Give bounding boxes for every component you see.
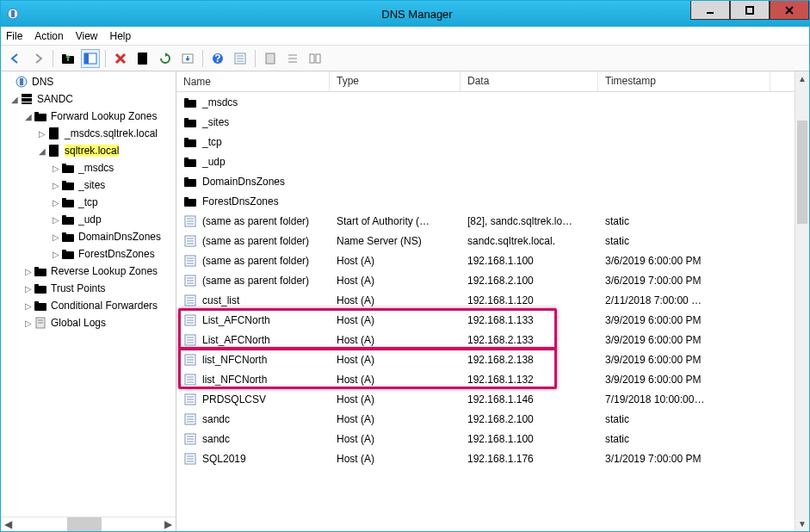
table-row[interactable]: (same as parent folder)Start of Authorit… <box>176 211 809 231</box>
tree-sqltrek-zone[interactable]: ◢sqltrek.local <box>1 142 176 159</box>
table-row[interactable]: sandcHost (A)192.168.2.100static <box>176 409 809 429</box>
titlebar[interactable]: DNS Manager <box>1 1 809 27</box>
tree-child-ddz[interactable]: ▷DomainDnsZones <box>1 228 176 245</box>
cell-timestamp: 2/11/2018 7:00:00 … <box>598 294 770 306</box>
table-row[interactable]: sandcHost (A)192.168.1.100static <box>176 429 809 448</box>
cell-type: Host (A) <box>330 393 461 405</box>
tree-child-sites[interactable]: ▷_sites <box>1 176 176 194</box>
cell-type: Host (A) <box>330 255 461 267</box>
table-row[interactable]: _tcp <box>176 132 809 152</box>
col-name[interactable]: Name <box>176 71 330 91</box>
tree-global-logs[interactable]: ▷Global Logs <box>1 314 176 331</box>
tree-conditional-fwd[interactable]: ▷Conditional Forwarders <box>1 297 176 314</box>
server-icon <box>20 92 34 106</box>
back-button[interactable] <box>6 49 25 68</box>
svg-text:?: ? <box>214 53 220 65</box>
tree-pane[interactable]: DNS ◢SANDC ◢Forward Lookup Zones ▷_msdcs… <box>1 71 176 531</box>
table-row[interactable]: List_AFCNorthHost (A)192.168.2.1333/9/20… <box>176 330 809 350</box>
folder-icon <box>183 175 197 189</box>
table-row[interactable]: _udp <box>176 152 809 171</box>
col-type[interactable]: Type <box>330 71 461 91</box>
up-folder-button[interactable] <box>59 49 77 68</box>
cell-type: Host (A) <box>330 314 461 326</box>
cell-name: List_AFCNorth <box>202 314 270 326</box>
cell-data: 192.168.1.132 <box>461 374 598 386</box>
table-row[interactable]: DomainDnsZones <box>176 171 809 191</box>
filter-button[interactable] <box>261 49 280 68</box>
cell-name: List_AFCNorth <box>202 334 270 346</box>
maximize-button[interactable] <box>730 1 770 20</box>
menu-file[interactable]: File <box>6 30 22 42</box>
table-row[interactable]: (same as parent folder)Host (A)192.168.1… <box>176 251 809 270</box>
export-button[interactable] <box>178 49 197 68</box>
tree-root-dns[interactable]: DNS <box>1 73 176 90</box>
tree-label: _udp <box>78 213 102 226</box>
detail-toggle-button[interactable] <box>306 49 325 68</box>
tree-child-tcp[interactable]: ▷_tcp <box>1 194 176 211</box>
show-hide-tree-button[interactable] <box>81 49 100 68</box>
tree-label: _msdcs.sqltrek.local <box>65 127 158 139</box>
table-row[interactable]: List_AFCNorthHost (A)192.168.1.1333/9/20… <box>176 310 809 330</box>
cell-timestamp: static <box>598 413 770 425</box>
forward-button[interactable] <box>28 49 47 68</box>
cell-timestamp: 3/6/2019 7:00:00 PM <box>598 275 770 287</box>
table-row[interactable]: (same as parent folder)Host (A)192.168.2… <box>176 270 809 290</box>
col-timestamp[interactable]: Timestamp <box>598 71 770 91</box>
table-row[interactable]: SQL2019Host (A)192.168.1.1763/1/2019 7:0… <box>176 448 809 468</box>
tree-msdcs-zone[interactable]: ▷_msdcs.sqltrek.local <box>1 125 176 142</box>
records-list[interactable]: _msdcs_sites_tcp_udpDomainDnsZonesForest… <box>176 92 809 531</box>
table-row[interactable]: list_NFCNorthHost (A)192.168.1.1323/9/20… <box>176 369 809 389</box>
record-icon <box>183 313 197 327</box>
tree-child-udp[interactable]: ▷_udp <box>1 211 176 228</box>
help-button[interactable]: ? <box>208 49 227 68</box>
scroll-up-icon[interactable]: ▲ <box>795 71 809 86</box>
toolbar: ? <box>1 46 809 71</box>
delete-button[interactable] <box>111 49 130 68</box>
record-icon <box>183 452 197 466</box>
cell-data: 192.168.2.100 <box>461 275 598 287</box>
col-data[interactable]: Data <box>461 71 598 91</box>
svg-rect-25 <box>266 53 275 64</box>
table-row[interactable]: PRDSQLCSVHost (A)192.168.1.1467/19/2018 … <box>176 389 809 409</box>
scroll-thumb[interactable] <box>797 121 807 224</box>
menu-action[interactable]: Action <box>34 30 63 42</box>
table-row[interactable]: ForestDnsZones <box>176 191 809 211</box>
table-row[interactable]: cust_listHost (A)192.168.1.1202/11/2018 … <box>176 290 809 310</box>
tree-server[interactable]: ◢SANDC <box>1 90 176 108</box>
table-row[interactable]: _msdcs <box>176 92 809 112</box>
svg-rect-17 <box>746 7 753 14</box>
scroll-down-icon[interactable]: ▼ <box>795 517 809 531</box>
tree-label: Reverse Lookup Zones <box>51 265 158 277</box>
v-scrollbar[interactable]: ▲ ▼ <box>795 71 809 531</box>
tree-h-scrollbar[interactable]: ◀▶ <box>1 517 176 531</box>
folder-icon <box>183 96 197 109</box>
list-toggle-button[interactable] <box>283 49 302 68</box>
table-row[interactable]: (same as parent folder)Name Server (NS)s… <box>176 231 809 251</box>
cell-name: list_NFCNorth <box>202 354 267 366</box>
new-record-button[interactable] <box>231 49 250 68</box>
tree-flz[interactable]: ◢Forward Lookup Zones <box>1 108 176 125</box>
folder-icon <box>183 195 197 208</box>
dns-icon <box>15 75 28 89</box>
cell-timestamp: 3/6/2019 6:00:00 PM <box>598 255 770 267</box>
cell-timestamp: 3/9/2019 6:00:00 PM <box>598 314 770 326</box>
tree-child-fdz[interactable]: ▷ForestDnsZones <box>1 245 176 263</box>
zone-icon <box>47 127 61 140</box>
minimize-button[interactable] <box>690 1 730 20</box>
properties-button[interactable] <box>133 49 152 68</box>
app-icon <box>6 7 20 21</box>
zone-icon <box>47 144 61 158</box>
refresh-button[interactable] <box>156 49 175 68</box>
tree-label: Forward Lookup Zones <box>51 110 157 122</box>
tree-child-msdcs[interactable]: ▷_msdcs <box>1 159 176 176</box>
column-headers[interactable]: Name Type Data Timestamp <box>176 71 809 92</box>
table-row[interactable]: _sites <box>176 112 809 132</box>
menu-view[interactable]: View <box>76 30 98 42</box>
table-row[interactable]: list_NFCNorthHost (A)192.168.2.1383/9/20… <box>176 350 809 369</box>
tree-trust-points[interactable]: ▷Trust Points <box>1 280 176 297</box>
tree-label: Global Logs <box>51 317 106 329</box>
record-icon <box>183 412 197 426</box>
tree-rlz[interactable]: ▷Reverse Lookup Zones <box>1 263 176 280</box>
menu-help[interactable]: Help <box>110 30 132 42</box>
close-button[interactable] <box>770 1 809 20</box>
